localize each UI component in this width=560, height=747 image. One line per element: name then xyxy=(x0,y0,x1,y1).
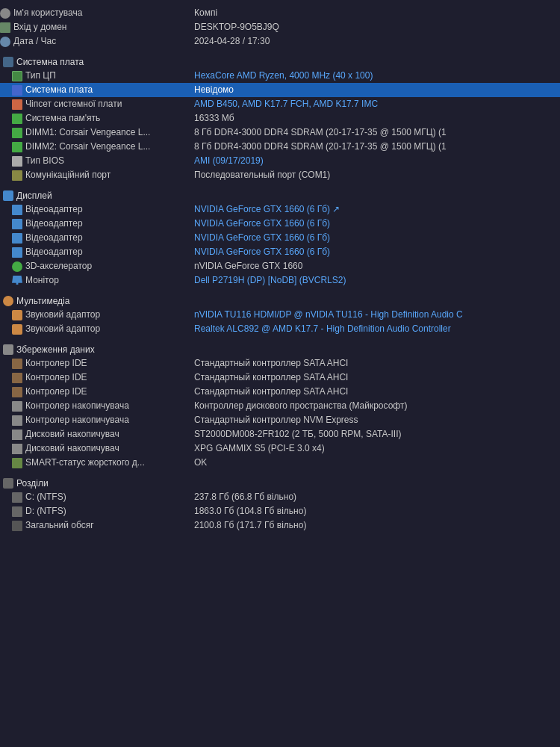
table-row: DIMM1: Corsair Vengeance L... 8 Гб DDR4-… xyxy=(0,125,560,140)
label-sysmem: Системна пам'ять xyxy=(0,113,194,124)
multimedia-section-icon xyxy=(3,296,13,306)
value-domain: DESKTOP-9O5BJ9Q xyxy=(194,22,557,32)
monitor-icon xyxy=(12,276,22,286)
table-row: SMART-статус жорсткого д... OK xyxy=(0,456,560,470)
ide2-icon xyxy=(12,373,22,383)
display-section-icon xyxy=(3,190,13,201)
label-diskctrl2: Контролер накопичувача xyxy=(0,415,194,426)
table-row: DIMM2: Corsair Vengeance L... 8 Гб DDR4-… xyxy=(0,140,560,154)
table-row: 3D-акселератор nVIDIA GeForce GTX 1660 xyxy=(0,259,560,273)
label-ide1: Контролер IDE xyxy=(0,358,194,369)
gpu1-icon xyxy=(12,205,22,215)
value-monitor: Dell P2719H (DP) [NoDB] (BVCRLS2) xyxy=(194,275,557,285)
mb-icon xyxy=(12,85,22,96)
label-ide3: Контролер IDE xyxy=(0,386,194,397)
system-info-panel: Ім'я користувача Компі Вхід у домен DESK… xyxy=(0,0,560,747)
table-row: Чіпсет системної плати AMD B450, AMD K17… xyxy=(0,97,560,111)
table-row: C: (NTFS) 237.8 Гб (66.8 Гб вільно) xyxy=(0,490,560,504)
value-total-size: 2100.8 Гб (171.7 Гб вільно) xyxy=(194,520,557,530)
table-row: Вхід у домен DESKTOP-9O5BJ9Q xyxy=(0,20,560,34)
label-cpu-type: Тип ЦП xyxy=(0,70,194,81)
diskctrl2-icon xyxy=(12,415,22,426)
value-gpu4: NVIDIA GeForce GTX 1660 (6 Гб) xyxy=(194,247,557,257)
section-display: Дисплей xyxy=(0,187,560,202)
value-partition-d: 1863.0 Гб (104.8 Гб вільно) xyxy=(194,506,557,516)
gpu2-icon xyxy=(12,219,22,229)
label-diskctrl1: Контролер накопичувача xyxy=(0,400,194,412)
ram-icon xyxy=(12,114,22,124)
table-row: Відеоадаптер NVIDIA GeForce GTX 1660 (6 … xyxy=(0,217,560,231)
value-datetime: 2024-04-28 / 17:30 xyxy=(194,36,557,46)
audio2-icon xyxy=(12,324,22,335)
xbox-icon xyxy=(12,261,22,272)
value-hdd1: ST2000DM008-2FR102 (2 ТБ, 5000 RPM, SATA… xyxy=(194,429,557,439)
label-gpu1: Відеоадаптер xyxy=(0,204,194,215)
gpu3-icon xyxy=(12,233,22,244)
label-dimm1: DIMM1: Corsair Vengeance L... xyxy=(0,127,194,138)
value-ide3: Стандартный контроллер SATA AHCI xyxy=(194,386,557,397)
value-partition-c: 237.8 Гб (66.8 Гб вільно) xyxy=(194,492,557,502)
table-row: Контролер накопичувача Стандартный контр… xyxy=(0,413,560,427)
label-hdd2: Дисковий накопичувач xyxy=(0,443,194,454)
label-3d: 3D-акселератор xyxy=(0,261,194,272)
table-row: Системна пам'ять 16333 Мб xyxy=(0,111,560,125)
label-partition-d: D: (NTFS) xyxy=(0,506,194,517)
label-smart: SMART-статус жорсткого д... xyxy=(0,457,194,468)
table-row: Контролер IDE Стандартный контроллер SAT… xyxy=(0,356,560,371)
ide1-icon xyxy=(12,359,22,369)
cpu-icon xyxy=(12,71,22,81)
section-multimedia: Мультимедіа xyxy=(0,292,560,308)
table-row: Відеоадаптер NVIDIA GeForce GTX 1660 (6 … xyxy=(0,245,560,259)
clock-icon xyxy=(0,37,10,47)
table-row: Комунікаційний порт Последовательный пор… xyxy=(0,168,560,182)
table-row: Звуковий адаптор Realtek ALC892 @ AMD K1… xyxy=(0,322,560,336)
label-audio2: Звуковий адаптор xyxy=(0,323,194,335)
storage-section-icon xyxy=(3,344,13,355)
label-dimm2: DIMM2: Corsair Vengeance L... xyxy=(0,141,194,152)
value-diskctrl1: Контроллер дискового пространства (Майкр… xyxy=(194,400,557,411)
bios-icon xyxy=(12,156,22,167)
mainboard-section-icon xyxy=(3,57,13,67)
hdd2-icon xyxy=(12,444,22,454)
hdd1-icon xyxy=(12,430,22,440)
label-comport: Комунікаційний порт xyxy=(0,170,194,181)
label-username: Ім'я користувача xyxy=(0,7,194,19)
value-chipset: AMD B450, AMD K17.7 FCH, AMD K17.7 IMC xyxy=(194,99,557,109)
label-gpu3: Відеоадаптер xyxy=(0,232,194,244)
table-row: Тип ЦП HexaCore AMD Ryzen, 4000 MHz (40 … xyxy=(0,69,560,83)
partition-d-icon xyxy=(12,506,22,517)
table-row: Загальний обсяг 2100.8 Гб (171.7 Гб віль… xyxy=(0,518,560,533)
section-partitions: Розділи xyxy=(0,474,560,490)
smart-icon xyxy=(12,458,22,468)
gpu4-icon xyxy=(12,247,22,258)
value-audio1: nVIDIA TU116 HDMI/DP @ nVIDIA TU116 - Hi… xyxy=(194,309,557,320)
table-row: Дисковий накопичувач XPG GAMMIX S5 (PCI-… xyxy=(0,441,560,456)
chipset-icon xyxy=(12,99,22,110)
dimm1-icon xyxy=(12,128,22,138)
table-row: Контролер IDE Стандартный контроллер SAT… xyxy=(0,371,560,385)
value-audio2: Realtek ALC892 @ AMD K17.7 - High Defini… xyxy=(194,323,557,334)
value-ide1: Стандартный контроллер SATA AHCI xyxy=(194,358,557,368)
table-row: Контролер IDE Стандартный контроллер SAT… xyxy=(0,385,560,399)
value-dimm2: 8 Гб DDR4-3000 DDR4 SDRAM (20-17-17-35 @… xyxy=(194,141,557,152)
login-icon xyxy=(0,22,10,33)
section-storage: Збереження даних xyxy=(0,341,560,356)
value-dimm1: 8 Гб DDR4-3000 DDR4 SDRAM (20-17-17-35 @… xyxy=(194,127,557,137)
table-row: Дата / Час 2024-04-28 / 17:30 xyxy=(0,34,560,49)
audio1-icon xyxy=(12,310,22,320)
table-row: D: (NTFS) 1863.0 Гб (104.8 Гб вільно) xyxy=(0,504,560,518)
label-gpu4: Відеоадаптер xyxy=(0,247,194,258)
table-row: Відеоадаптер NVIDIA GeForce GTX 1660 (6 … xyxy=(0,202,560,217)
value-gpu1: NVIDIA GeForce GTX 1660 (6 Гб) ↗ xyxy=(194,204,557,214)
label-partition-c: C: (NTFS) xyxy=(0,492,194,503)
value-smart: OK xyxy=(194,457,557,468)
user-icon xyxy=(0,8,10,19)
ide3-icon xyxy=(12,387,22,397)
dimm2-icon xyxy=(12,142,22,152)
label-datetime: Дата / Час xyxy=(0,36,194,47)
label-motherboard: Системна плата xyxy=(0,84,194,96)
value-username: Компі xyxy=(194,7,557,18)
diskctrl1-icon xyxy=(12,401,22,412)
table-row: Дисковий накопичувач ST2000DM008-2FR102 … xyxy=(0,427,560,441)
table-row-selected[interactable]: Системна плата Невідомо xyxy=(0,83,560,97)
